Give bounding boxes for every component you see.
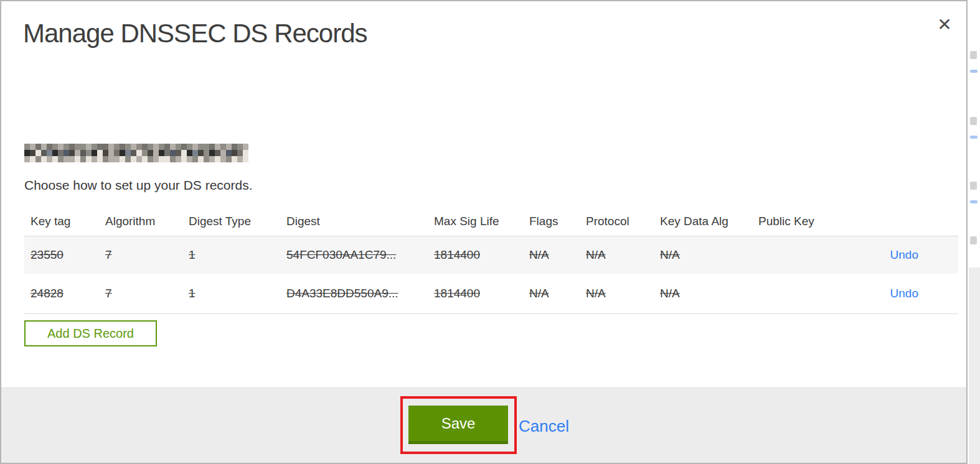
cell-protocol: N/A	[586, 248, 660, 262]
header-digest: Digest	[286, 215, 434, 228]
header-flags: Flags	[529, 215, 586, 228]
table-row: 24828 7 1 D4A33E8DD550A9... 1814400 N/A …	[24, 274, 958, 314]
cell-algorithm: 7	[105, 248, 189, 262]
background-gray-area	[969, 267, 980, 464]
modal-footer: Save Cancel	[1, 387, 966, 463]
cell-key-data-alg: N/A	[660, 248, 758, 262]
header-key-tag: Key tag	[31, 215, 105, 228]
undo-link[interactable]: Undo	[890, 248, 918, 261]
redacted-domain-name	[24, 144, 248, 162]
header-digest-type: Digest Type	[189, 215, 286, 228]
cell-key-tag: 24828	[31, 287, 105, 300]
cell-flags: N/A	[529, 287, 586, 300]
background-text-fragment	[970, 236, 977, 244]
background-link-fragment	[970, 70, 978, 73]
header-key-data-alg: Key Data Alg	[660, 215, 758, 228]
table-header-row: Key tag Algorithm Digest Type Digest Max…	[24, 206, 958, 236]
background-link-fragment	[970, 136, 978, 139]
red-highlight-box: Save	[400, 396, 517, 454]
cell-key-tag: 23550	[31, 248, 105, 262]
cell-digest-type: 1	[189, 287, 286, 300]
background-text-fragment	[970, 51, 977, 59]
cancel-link[interactable]: Cancel	[519, 417, 569, 436]
cell-algorithm: 7	[105, 287, 189, 300]
background-text-fragment	[970, 117, 977, 125]
table-row: 23550 7 1 54FCF030AA1C79... 1814400 N/A …	[24, 236, 958, 274]
ds-records-table: Key tag Algorithm Digest Type Digest Max…	[24, 206, 958, 314]
header-max-sig-life: Max Sig Life	[434, 215, 529, 228]
cell-digest: D4A33E8DD550A9...	[286, 287, 434, 300]
cell-flags: N/A	[529, 248, 586, 262]
add-ds-record-button[interactable]: Add DS Record	[24, 320, 157, 346]
cell-max-sig-life: 1814400	[434, 248, 529, 262]
save-button[interactable]: Save	[408, 406, 508, 444]
cell-digest-type: 1	[189, 248, 286, 262]
background-link-fragment	[970, 200, 978, 203]
cell-max-sig-life: 1814400	[434, 287, 529, 300]
cell-key-data-alg: N/A	[660, 287, 758, 300]
screen: Manage DNSSEC DS Records ✕ Choose how to…	[0, 0, 980, 464]
manage-dnssec-modal: Manage DNSSEC DS Records ✕ Choose how to…	[0, 0, 968, 464]
subtitle-text: Choose how to set up your DS records.	[24, 178, 253, 193]
cell-digest: 54FCF030AA1C79...	[286, 248, 434, 262]
page-title: Manage DNSSEC DS Records	[23, 19, 367, 49]
background-text-fragment	[970, 182, 977, 190]
header-protocol: Protocol	[586, 215, 660, 228]
background-page-sliver	[969, 0, 980, 464]
header-algorithm: Algorithm	[105, 215, 189, 228]
undo-link[interactable]: Undo	[890, 287, 918, 300]
cell-protocol: N/A	[586, 287, 660, 300]
close-icon[interactable]: ✕	[933, 14, 956, 36]
header-public-key: Public Key	[758, 215, 869, 228]
